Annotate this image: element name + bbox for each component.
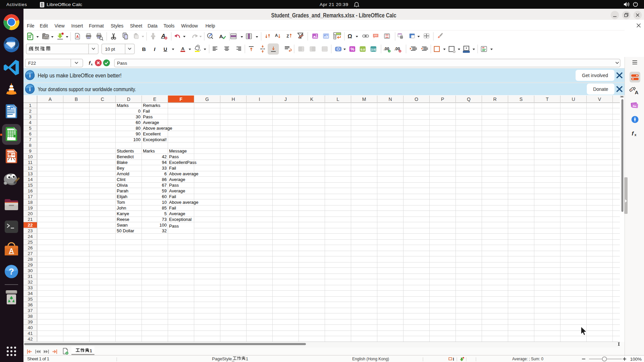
svg-text:G: G — [205, 97, 209, 102]
svg-text:31: 31 — [28, 274, 33, 279]
svg-text:Benedict: Benedict — [117, 154, 134, 159]
svg-text:10 pt: 10 pt — [105, 47, 115, 52]
svg-text:M: M — [362, 97, 366, 102]
svg-text:Elijah: Elijah — [117, 194, 127, 199]
svg-text:37: 37 — [28, 308, 33, 313]
svg-text:?: ? — [9, 266, 14, 277]
svg-text:Message: Message — [169, 148, 187, 154]
svg-text:Marks: Marks — [117, 103, 129, 108]
svg-text:V: V — [598, 97, 601, 102]
svg-text:Swan: Swan — [117, 223, 128, 228]
svg-text:42: 42 — [28, 337, 33, 342]
svg-text:Student_Grades_and_Remarks.xls: Student_Grades_and_Remarks.xlsx - LibreO… — [271, 12, 396, 19]
svg-text:Average: Average — [169, 188, 185, 193]
svg-text:100: 100 — [159, 223, 167, 228]
svg-text:Exceptional!: Exceptional! — [143, 137, 167, 142]
svg-text:Apr 21 20:39: Apr 21 20:39 — [320, 2, 348, 7]
svg-text:21: 21 — [28, 217, 33, 222]
svg-text:Average: Average — [169, 211, 185, 216]
svg-text:30: 30 — [136, 114, 141, 119]
svg-text:J: J — [284, 97, 287, 102]
svg-text:U: U — [164, 47, 167, 52]
svg-text:Edit: Edit — [40, 23, 48, 28]
svg-text:86: 86 — [162, 177, 167, 182]
svg-text:Pass: Pass — [169, 224, 179, 229]
svg-text:Window: Window — [181, 23, 198, 28]
svg-text:18: 18 — [28, 200, 33, 205]
svg-text:50 Dollar: 50 Dollar — [117, 228, 135, 233]
svg-text:17: 17 — [28, 194, 33, 199]
svg-text:Above average: Above average — [143, 126, 172, 131]
svg-text:28: 28 — [28, 257, 33, 262]
svg-text:20: 20 — [28, 211, 33, 216]
svg-text:Average: Average — [169, 177, 185, 182]
svg-text:26: 26 — [28, 245, 33, 250]
svg-text:Exceptional: Exceptional — [169, 217, 192, 222]
svg-text:8: 8 — [29, 143, 32, 148]
svg-text:I: I — [453, 357, 454, 362]
svg-text:25: 25 — [28, 240, 33, 245]
svg-text:32: 32 — [28, 280, 33, 285]
svg-text:%: % — [351, 47, 354, 52]
svg-text:80: 80 — [136, 126, 141, 131]
svg-text:2: 2 — [29, 109, 32, 114]
svg-text:1: 1 — [246, 357, 248, 361]
svg-text:Q: Q — [467, 97, 471, 102]
svg-text:i: i — [29, 72, 31, 79]
svg-text:Bey: Bey — [117, 166, 124, 171]
svg-text:22: 22 — [28, 223, 33, 228]
svg-text:Blake: Blake — [117, 160, 128, 165]
svg-text:D: D — [127, 97, 130, 102]
svg-text:24: 24 — [28, 234, 33, 239]
svg-text:Students: Students — [117, 148, 134, 154]
svg-text:Pass: Pass — [169, 183, 179, 188]
svg-text:Pass: Pass — [169, 154, 179, 159]
svg-text:94: 94 — [162, 160, 167, 165]
svg-text:5: 5 — [164, 211, 167, 216]
svg-text:|15|: |15| — [371, 48, 376, 51]
svg-text:B: B — [142, 46, 146, 52]
svg-text:Pass: Pass — [143, 114, 153, 119]
svg-text:A: A — [76, 35, 79, 39]
svg-text:1: 1 — [29, 103, 32, 108]
svg-text:0.0: 0.0 — [361, 48, 365, 51]
svg-text:C: C — [101, 97, 104, 102]
svg-text:Olivia: Olivia — [117, 183, 128, 188]
svg-text:15: 15 — [28, 183, 33, 188]
svg-text:A: A — [9, 247, 14, 254]
svg-text:4: 4 — [29, 120, 32, 125]
svg-text:1: 1 — [90, 349, 92, 353]
svg-text:A: A — [275, 33, 278, 38]
svg-text:i: i — [29, 86, 31, 93]
svg-text:10: 10 — [28, 154, 33, 159]
svg-text:F: F — [179, 97, 182, 102]
svg-text:T: T — [546, 97, 549, 102]
svg-text:Above average: Above average — [169, 171, 198, 176]
svg-text:29: 29 — [28, 262, 33, 267]
svg-text:H: H — [231, 97, 235, 102]
svg-text:Reese: Reese — [117, 217, 129, 222]
svg-text:O: O — [415, 97, 418, 102]
svg-text:Your donations support our wor: Your donations support our worldwide com… — [38, 86, 136, 93]
svg-text:F22: F22 — [28, 61, 36, 66]
svg-text:John: John — [117, 205, 126, 210]
svg-text:A: A — [219, 34, 223, 39]
svg-text:x: x — [91, 63, 93, 66]
svg-text:File: File — [27, 23, 35, 28]
svg-text:Kanye: Kanye — [117, 211, 129, 216]
svg-text:A: A — [635, 89, 639, 95]
svg-text:Sheet: Sheet — [130, 23, 143, 28]
svg-text:0: 0 — [138, 109, 141, 114]
svg-text:30: 30 — [28, 268, 33, 273]
svg-text:U: U — [572, 97, 575, 102]
svg-text:Tools: Tools — [164, 23, 175, 28]
svg-text:34: 34 — [28, 291, 33, 296]
svg-text:9: 9 — [29, 148, 32, 154]
svg-text:P: P — [441, 97, 444, 102]
svg-text:View: View — [55, 23, 65, 28]
svg-text:PageStyle_: PageStyle_ — [212, 356, 234, 361]
svg-text:7: 7 — [29, 137, 32, 142]
svg-text:Average: Average — [143, 120, 159, 125]
svg-text:100: 100 — [133, 137, 141, 142]
svg-text:Format: Format — [89, 23, 104, 28]
